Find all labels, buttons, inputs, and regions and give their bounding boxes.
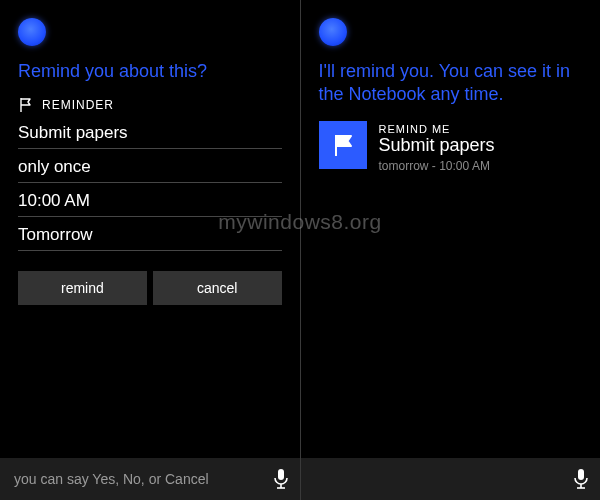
reminder-recurrence-field[interactable]: only once <box>18 149 282 183</box>
reminder-fields: Submit papers only once 10:00 AM Tomorro… <box>0 115 300 251</box>
reminder-card[interactable]: REMIND ME Submit papers tomorrow - 10:00… <box>301 113 601 173</box>
voice-input-bar[interactable]: you can say Yes, No, or Cancel <box>0 458 300 500</box>
cancel-button[interactable]: cancel <box>153 271 282 305</box>
reminder-card-body: REMIND ME Submit papers tomorrow - 10:00… <box>379 121 495 173</box>
svg-rect-0 <box>278 469 284 480</box>
voice-input-bar[interactable] <box>301 458 601 500</box>
screen-reminder-confirmed: I'll remind you. You can see it in the N… <box>301 0 601 500</box>
reminder-card-eyebrow: REMIND ME <box>379 123 495 135</box>
reminder-section-label: REMINDER <box>42 98 114 112</box>
flag-icon <box>319 121 367 169</box>
screen-create-reminder: Remind you about this? REMINDER Submit p… <box>0 0 300 500</box>
cortana-orb-icon <box>319 18 347 46</box>
reminder-card-subtitle: tomorrow - 10:00 AM <box>379 159 495 173</box>
svg-rect-3 <box>578 469 584 480</box>
cortana-orb-icon <box>18 18 46 46</box>
remind-button[interactable]: remind <box>18 271 147 305</box>
microphone-icon[interactable] <box>572 468 590 490</box>
reminder-card-title: Submit papers <box>379 135 495 157</box>
flag-icon <box>18 97 34 113</box>
voice-input-hint: you can say Yes, No, or Cancel <box>14 471 272 487</box>
assistant-prompt: Remind you about this? <box>0 56 300 91</box>
reminder-day-field[interactable]: Tomorrow <box>18 217 282 251</box>
microphone-icon[interactable] <box>272 468 290 490</box>
reminder-subject-field[interactable]: Submit papers <box>18 115 282 149</box>
reminder-time-field[interactable]: 10:00 AM <box>18 183 282 217</box>
assistant-prompt: I'll remind you. You can see it in the N… <box>301 56 601 113</box>
reminder-section-header: REMINDER <box>0 91 300 115</box>
action-button-row: remind cancel <box>0 251 300 305</box>
